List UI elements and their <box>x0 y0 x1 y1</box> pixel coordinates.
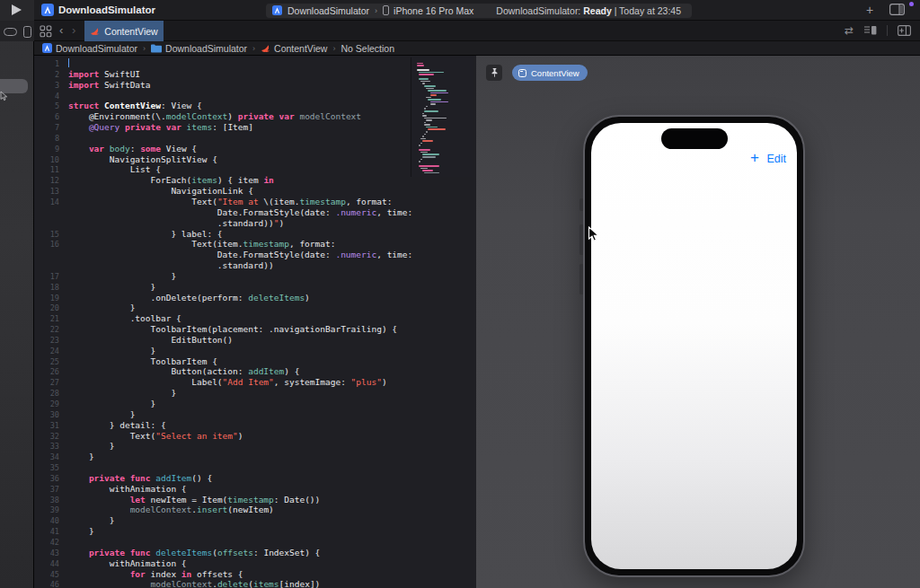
line-number: 6 <box>34 111 59 122</box>
preview-screen[interactable]: + Edit <box>591 123 797 569</box>
code-line[interactable]: 21 .toolbar { <box>34 313 476 324</box>
code-line[interactable]: 46 modelContext.delete(items[index]) <box>34 579 476 588</box>
line-number: 15 <box>34 229 59 240</box>
minimap[interactable] <box>411 57 473 177</box>
line-number: 40 <box>34 515 59 526</box>
code-line[interactable]: 25 ToolbarItem { <box>34 356 476 367</box>
swift-file-icon <box>90 26 100 36</box>
back-button[interactable]: ‹ <box>59 23 63 37</box>
code-line[interactable]: 13 NavigationLink { <box>34 186 476 197</box>
preview-target-pill[interactable]: ContentView <box>512 65 588 81</box>
code-line[interactable]: 15 } label: { <box>34 229 476 240</box>
line-number: 24 <box>34 346 59 356</box>
code-line[interactable]: 41 } <box>34 526 476 537</box>
code-line[interactable]: 20 } <box>34 303 476 313</box>
scheme-name[interactable]: DownloadSimulator <box>288 5 369 16</box>
divider <box>887 25 888 36</box>
pill-toggle-icon[interactable] <box>4 28 17 36</box>
code-line[interactable]: 29 } <box>34 399 476 409</box>
activity-status[interactable]: DownloadSimulator: Ready | Today at 23:4… <box>496 5 681 16</box>
chevron-icon: › <box>252 44 255 53</box>
line-number: 28 <box>34 388 59 399</box>
app-preview-icon <box>518 69 526 77</box>
code-line[interactable]: 23 EditButton() <box>34 335 476 346</box>
add-editor-icon[interactable] <box>898 25 911 36</box>
line-number: 16 <box>34 239 59 250</box>
chevron-icon: › <box>143 44 146 53</box>
code-line[interactable]: 32 Text("Select an item") <box>34 431 476 442</box>
chevron-icon: › <box>332 44 335 53</box>
code-line[interactable]: .standard))") <box>34 218 476 229</box>
adjust-editor-icon[interactable]: ⇄ <box>845 24 854 37</box>
volume-up-button <box>579 224 583 255</box>
play-icon[interactable] <box>12 4 22 15</box>
edit-button[interactable]: Edit <box>766 153 786 165</box>
code-line[interactable]: 38 let newItem = Item(timestamp: Date()) <box>34 495 476 505</box>
code-line[interactable]: 19 .onDelete(perform: deleteItems) <box>34 293 476 303</box>
code-line[interactable]: Date.FormatStyle(date: .numeric, time: <box>34 250 476 260</box>
run-destination[interactable]: iPhone 16 Pro Max <box>394 5 473 16</box>
add-item-button[interactable]: + <box>750 150 759 165</box>
line-number: 37 <box>34 484 59 495</box>
library-add-button[interactable]: + <box>862 3 877 17</box>
code-line[interactable]: 31 } detail: { <box>34 420 476 431</box>
breadcrumb-file[interactable]: ContentView <box>261 43 327 54</box>
line-number: 32 <box>34 431 59 442</box>
code-line[interactable]: 34 } <box>34 452 476 462</box>
code-line[interactable]: 22 ToolbarItem(placement: .navigationBar… <box>34 324 476 335</box>
code-line[interactable]: 44 withAnimation { <box>34 558 476 569</box>
line-number: 2 <box>34 69 59 80</box>
code-line[interactable]: .standard)) <box>34 260 476 271</box>
code-line[interactable]: 39 modelContext.insert(newItem) <box>34 505 476 515</box>
code-line[interactable]: 36 private func addItem() { <box>34 473 476 484</box>
code-line[interactable]: 40 } <box>34 515 476 526</box>
inspector-toggle-icon[interactable] <box>889 4 905 15</box>
notification-dot <box>909 2 914 6</box>
code-line[interactable]: 37 withAnimation { <box>34 484 476 495</box>
breadcrumb-project[interactable]: DownloadSimulator <box>42 43 137 54</box>
text-caret <box>68 58 69 67</box>
code-line[interactable]: 14 Text("Item at \(item.timestamp, forma… <box>34 197 476 207</box>
code-line[interactable]: 16 Text(item.timestamp, format: <box>34 239 476 250</box>
code-line[interactable]: 27 Label("Add Item", systemImage: "plus"… <box>34 377 476 388</box>
code-line[interactable]: 18 } <box>34 282 476 293</box>
related-items-icon[interactable] <box>40 25 52 38</box>
source-editor[interactable]: 12import SwiftUI3import SwiftData45struc… <box>34 56 476 588</box>
editor-canvas-split: 12import SwiftUI3import SwiftData45struc… <box>34 56 920 588</box>
toolbar: DownloadSimulator DownloadSimulator › iP… <box>34 0 920 21</box>
tab-bar: ‹ › ContentView ⇄ <box>34 21 920 41</box>
code-line[interactable]: 26 Button(action: addItem) { <box>34 366 476 377</box>
code-line[interactable]: 43 private func deleteItems(offsets: Ind… <box>34 548 476 558</box>
breadcrumb-selection[interactable]: No Selection <box>341 43 394 54</box>
line-number: 46 <box>34 579 59 588</box>
code-line[interactable]: Date.FormatStyle(date: .numeric, time: <box>34 207 476 218</box>
pin-preview-button[interactable] <box>486 65 502 81</box>
code-line[interactable]: 33 } <box>34 441 476 452</box>
line-number: 30 <box>34 409 59 420</box>
code-line[interactable]: 28 } <box>34 388 476 399</box>
line-number: 25 <box>34 356 59 367</box>
code-line[interactable]: 35 <box>34 462 476 473</box>
line-number <box>34 218 59 229</box>
device-toggle-icon[interactable] <box>23 26 31 38</box>
tab-contentview[interactable]: ContentView <box>84 21 164 41</box>
xcode-window: DownloadSimulator DownloadSimulator › iP… <box>34 0 920 588</box>
line-number: 13 <box>34 186 59 197</box>
editor-layout-icon[interactable] <box>863 25 877 36</box>
forward-button[interactable]: › <box>72 23 75 37</box>
line-number: 20 <box>34 303 59 313</box>
code-line[interactable]: 30 } <box>34 409 476 420</box>
line-number: 35 <box>34 462 59 473</box>
scheme-device-status-bar[interactable]: DownloadSimulator › iPhone 16 Pro Max Do… <box>266 4 692 18</box>
breadcrumb-group[interactable]: DownloadSimulator <box>151 43 247 54</box>
code-line[interactable]: 24 } <box>34 346 476 356</box>
line-number: 36 <box>34 473 59 484</box>
code-line[interactable]: 42 <box>34 537 476 548</box>
line-number: 39 <box>34 505 59 515</box>
code-line[interactable]: 45 for index in offsets { <box>34 569 476 580</box>
line-number: 34 <box>34 452 59 462</box>
code-line[interactable]: 17 } <box>34 271 476 282</box>
swift-file-icon <box>261 43 270 53</box>
folder-icon <box>151 44 162 53</box>
line-number <box>34 250 59 260</box>
